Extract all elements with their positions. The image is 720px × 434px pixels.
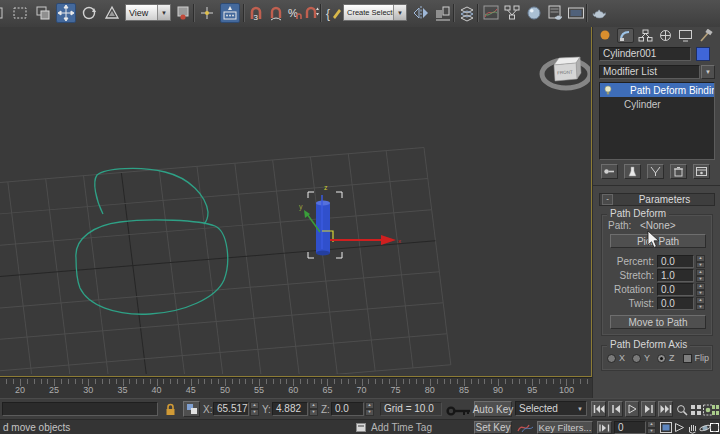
walk-through-icon[interactable] bbox=[673, 421, 686, 434]
next-frame-icon[interactable] bbox=[641, 401, 656, 417]
object-color-swatch[interactable] bbox=[696, 47, 710, 61]
zoom-icon[interactable] bbox=[676, 402, 688, 417]
zoom-extents-icon[interactable] bbox=[703, 402, 712, 417]
collapse-icon[interactable]: - bbox=[602, 194, 613, 205]
tab-utilities[interactable] bbox=[697, 28, 714, 43]
twist-spinner[interactable]: ▲▼ bbox=[696, 297, 705, 310]
stretch-label: Stretch: bbox=[602, 270, 654, 281]
prompt-text: d move objects bbox=[3, 422, 70, 433]
reference-coordinate-dropdown[interactable]: View ▼ bbox=[125, 4, 171, 21]
stretch-spinner[interactable]: ▲▼ bbox=[696, 269, 705, 282]
go-to-end-icon[interactable] bbox=[658, 401, 673, 417]
modifier-list-arrow-icon[interactable]: ▼ bbox=[701, 65, 715, 79]
spinner-snap-icon[interactable] bbox=[302, 3, 322, 23]
percent-snap-icon[interactable]: % bbox=[284, 3, 304, 23]
percent-spinner[interactable]: ▲▼ bbox=[696, 255, 705, 268]
status-field[interactable] bbox=[2, 402, 158, 416]
set-key-button[interactable]: Set Key bbox=[474, 421, 512, 434]
mirror-icon[interactable] bbox=[411, 3, 431, 23]
window-crossing-icon[interactable] bbox=[33, 3, 53, 23]
time-ruler[interactable]: 20253035404550556065707580859095100 bbox=[0, 377, 592, 399]
pan-view-icon[interactable] bbox=[686, 421, 699, 434]
go-to-start-icon[interactable] bbox=[591, 401, 606, 417]
tab-modify[interactable] bbox=[617, 28, 634, 43]
rendered-frame-window-icon[interactable] bbox=[566, 3, 586, 23]
use-pivot-point-center-icon[interactable] bbox=[173, 3, 193, 23]
auto-key-button[interactable]: Auto Key bbox=[474, 401, 512, 417]
twist-field[interactable]: 0.0 bbox=[657, 297, 694, 310]
pin-stack-icon[interactable] bbox=[601, 164, 618, 179]
align-icon[interactable] bbox=[433, 3, 453, 23]
tab-motion[interactable] bbox=[657, 28, 674, 43]
frame-spinner[interactable]: ▲▼ bbox=[647, 421, 656, 434]
absolute-mode-toggle-icon[interactable] bbox=[183, 401, 200, 417]
y-spinner[interactable]: ▲▼ bbox=[309, 402, 318, 416]
modifier-list-dropdown[interactable]: Modifier List bbox=[599, 65, 700, 79]
key-filters-button[interactable]: Key Filters... bbox=[537, 421, 593, 434]
lightbulb-icon[interactable] bbox=[600, 84, 616, 96]
select-object-icon[interactable] bbox=[0, 3, 6, 23]
default-in-out-tangents-icon[interactable] bbox=[517, 421, 534, 434]
edit-named-selection-sets-icon[interactable]: { bbox=[323, 3, 343, 23]
rotation-spinner[interactable]: ▲▼ bbox=[696, 283, 705, 296]
select-and-move-icon[interactable] bbox=[56, 3, 76, 23]
axis-z-radio[interactable] bbox=[657, 354, 666, 363]
show-end-result-icon[interactable] bbox=[624, 164, 641, 179]
x-spinner[interactable]: ▲▼ bbox=[250, 402, 259, 416]
key-mode-toggle-icon[interactable] bbox=[597, 421, 612, 434]
modifier-stack-row[interactable]: Cylinder bbox=[600, 97, 714, 111]
layer-manager-icon[interactable] bbox=[457, 3, 477, 23]
select-and-manipulate-icon[interactable] bbox=[197, 3, 217, 23]
cylinder-object[interactable] bbox=[316, 200, 330, 255]
previous-frame-icon[interactable] bbox=[608, 401, 623, 417]
play-icon[interactable] bbox=[625, 401, 639, 417]
axis-y-radio[interactable] bbox=[632, 354, 641, 363]
schematic-view-icon[interactable] bbox=[502, 3, 522, 23]
render-production-icon[interactable] bbox=[589, 3, 609, 23]
percent-field[interactable]: 0.0 bbox=[657, 255, 694, 268]
select-and-rotate-icon[interactable] bbox=[79, 3, 99, 23]
selection-region-icon[interactable] bbox=[10, 3, 30, 23]
render-setup-icon[interactable] bbox=[546, 3, 566, 23]
zoom-region-icon[interactable] bbox=[659, 421, 672, 434]
parameters-rollout-header[interactable]: - Parameters bbox=[599, 193, 715, 206]
current-frame-field[interactable]: 0 bbox=[614, 421, 646, 434]
perspective-viewport[interactable]: z y x FRONT bbox=[0, 27, 592, 377]
snaps-toggle-3d-icon[interactable]: 3 bbox=[246, 3, 266, 23]
move-to-path-button[interactable]: Move to Path bbox=[610, 315, 706, 329]
make-unique-icon[interactable] bbox=[647, 164, 664, 179]
zoom-all-icon[interactable] bbox=[690, 402, 702, 417]
angle-snap-icon[interactable] bbox=[266, 3, 286, 23]
object-name-field[interactable]: Cylinder001 bbox=[599, 47, 691, 61]
selection-lock-icon[interactable] bbox=[164, 402, 177, 416]
axis-x-label: X bbox=[619, 353, 625, 363]
chevron-down-icon[interactable]: ▼ bbox=[157, 5, 170, 20]
flip-checkbox[interactable] bbox=[683, 354, 692, 363]
keyboard-shortcut-override-icon[interactable] bbox=[220, 3, 240, 23]
tab-create[interactable] bbox=[597, 28, 614, 43]
z-spinner[interactable]: ▲▼ bbox=[365, 402, 374, 416]
material-editor-icon[interactable] bbox=[524, 3, 544, 23]
add-time-tag-label[interactable]: Add Time Tag bbox=[371, 422, 432, 433]
x-coordinate-field[interactable]: 65.517 bbox=[213, 402, 249, 416]
modifier-stack-row[interactable]: Path Deform Binding (WS bbox=[600, 83, 714, 97]
rotation-field[interactable]: 0.0 bbox=[657, 283, 694, 296]
z-coordinate-field[interactable]: 0.0 bbox=[331, 402, 364, 416]
curve-editor-icon[interactable] bbox=[481, 3, 501, 23]
time-tag-icon[interactable] bbox=[356, 423, 367, 433]
remove-modifier-icon[interactable] bbox=[670, 164, 687, 179]
select-and-scale-icon[interactable] bbox=[102, 3, 122, 23]
path-spline[interactable] bbox=[76, 168, 228, 314]
named-selection-set-dropdown[interactable]: Create Selection Se ▼ bbox=[343, 4, 407, 21]
stretch-field[interactable]: 1.0 bbox=[657, 269, 694, 282]
axis-x-radio[interactable] bbox=[607, 354, 616, 363]
chevron-down-icon[interactable]: ▼ bbox=[393, 5, 406, 20]
viewcube[interactable]: FRONT bbox=[542, 57, 590, 88]
zoom-extents-all-icon[interactable] bbox=[712, 402, 720, 417]
tab-hierarchy[interactable] bbox=[637, 28, 654, 43]
configure-modifier-sets-icon[interactable] bbox=[693, 164, 710, 179]
time-type-dropdown[interactable]: Selected ▼ bbox=[515, 401, 587, 416]
y-coordinate-field[interactable]: 4.882 bbox=[272, 402, 308, 416]
tab-display[interactable] bbox=[677, 28, 694, 43]
maximize-viewport-icon[interactable] bbox=[709, 421, 720, 434]
